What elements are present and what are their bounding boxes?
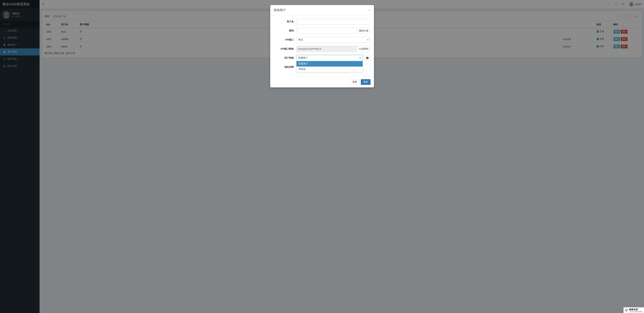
- level-option-normal[interactable]: 普通用户: [296, 61, 363, 67]
- label-username: 用户名: [274, 20, 296, 23]
- modal-body: 用户名 密码 随机生成 API接口 开启 API接口密钥 生成密钥: [270, 15, 374, 76]
- add-user-modal: 添加用户 × 用户名 密码 随机生成 API接口 开启 API接口密钥: [270, 5, 374, 87]
- modal-title: 添加用户: [274, 8, 286, 12]
- level-dropdown: 普通用户 管理员: [296, 61, 363, 72]
- save-button[interactable]: 保存: [361, 79, 370, 85]
- level-info-button[interactable]: [364, 55, 370, 61]
- username-input[interactable]: [296, 19, 370, 25]
- watermark-sub: 只想互联网资源的网站: [629, 311, 642, 312]
- label-level: 用户等级: [274, 56, 296, 59]
- chevron-down-icon: [367, 39, 369, 40]
- level-option-admin[interactable]: 管理员: [296, 67, 363, 72]
- apikey-input: [296, 46, 357, 52]
- modal-header: 添加用户 ×: [270, 5, 374, 15]
- label-domain-perm: 域名权限: [274, 66, 296, 69]
- close-button[interactable]: 关闭: [350, 79, 360, 85]
- close-icon[interactable]: ×: [368, 8, 370, 12]
- modal-footer: 关闭 保存: [270, 76, 374, 87]
- watermark-logo-icon: [625, 309, 628, 312]
- watermark-main: 撸撸资源: [629, 308, 638, 311]
- api-select-value: 开启: [298, 38, 303, 41]
- random-generate-button[interactable]: 随机生成: [357, 28, 370, 34]
- password-input[interactable]: [296, 28, 357, 34]
- label-apikey: API接口密钥: [274, 47, 296, 50]
- level-select-value: 普通用户: [298, 56, 308, 59]
- label-api: API接口: [274, 38, 296, 41]
- generate-key-button[interactable]: 生成密钥: [357, 46, 370, 52]
- level-select[interactable]: 普通用户: [296, 55, 363, 61]
- svg-point-13: [367, 57, 367, 57]
- chevron-down-icon: [359, 58, 361, 58]
- api-select[interactable]: 开启: [296, 37, 370, 43]
- svg-rect-14: [367, 58, 368, 59]
- label-password: 密码: [274, 29, 296, 32]
- watermark: 撸撸资源® 只想互联网资源的网站: [624, 307, 644, 313]
